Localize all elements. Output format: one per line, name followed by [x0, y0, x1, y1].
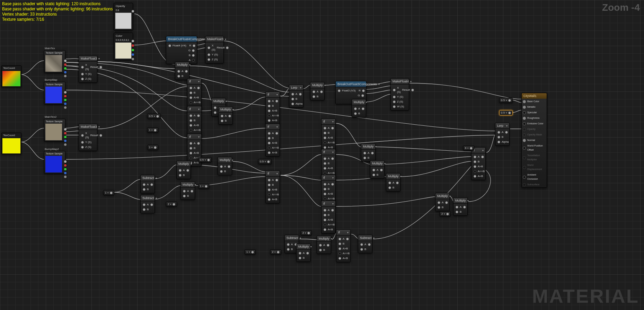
multiply-node[interactable]: Multiply▾ A B — [176, 161, 191, 179]
const-node[interactable]: 1▾ — [103, 190, 114, 195]
const-node[interactable]: 0.5▾ — [198, 157, 212, 162]
material-output-node[interactable]: CityWall1 Base Color Metallic Specular R… — [521, 93, 547, 188]
if-node[interactable]: If▾ A B A>B A==B A<B — [321, 201, 336, 233]
if-node[interactable]: If▾ A B A>B A==B A<B — [321, 118, 336, 151]
const-node[interactable]: 0.5▾ — [147, 114, 161, 119]
texcoord-preview — [2, 71, 20, 86]
lerp-node[interactable]: Lerp▾ A B Alpha — [289, 85, 303, 108]
if-node[interactable]: If▾ A B A>B A==B A<B — [265, 124, 280, 157]
texcoord-preview — [2, 138, 20, 153]
multiply-node[interactable]: Multiply▾ A B — [180, 181, 195, 200]
multiply-node[interactable]: Multiply▾ A B — [317, 236, 331, 254]
const-node[interactable]: 2▾ — [270, 249, 281, 255]
texcoord-node-2[interactable]: TexCoord — [1, 133, 21, 154]
multiply-node[interactable]: Multiply▾ A B — [361, 143, 376, 162]
const-node[interactable]: 1▾ — [198, 184, 209, 189]
multiply-node[interactable]: Multiply▾ A B — [310, 82, 325, 100]
texture-maintex[interactable]: MainTex Texture Sample — [44, 46, 65, 73]
const-node[interactable]: 2▾ — [166, 202, 177, 207]
multiply-node[interactable]: Multiply▾ A B — [218, 106, 233, 125]
multiply-node[interactable]: Multiply▾ A B — [435, 193, 450, 211]
bumpmap2-thumb — [45, 156, 62, 172]
texcoord-node-1[interactable]: TexCoord — [1, 65, 21, 87]
multiply-node[interactable]: Multiply▾ A B — [352, 99, 366, 117]
multiply-node[interactable]: Multiply▾ A B — [386, 173, 400, 192]
makefloat3-node-1[interactable]: MakeFloat3▾ X (S)Result Y (S) Z (S) — [79, 55, 97, 83]
const-node[interactable]: 2▾ — [440, 211, 451, 216]
color-preview — [115, 42, 132, 59]
zoom-indicator: Zoom -4 — [602, 2, 640, 13]
multiply-node[interactable]: Multiply▾ A B — [175, 62, 189, 80]
lerp-node[interactable]: Lerp▾ A B Alpha — [495, 123, 510, 146]
chevron-down-icon: ▾ — [225, 38, 226, 41]
bumpmap-thumb — [45, 87, 62, 103]
multiply-node[interactable]: Multiply▾ A B — [218, 157, 232, 175]
subtract-node[interactable]: Subtract▾ A B — [358, 235, 372, 253]
chevron-down-icon: ▾ — [98, 125, 100, 129]
const-node-selected[interactable]: 0.5▾ — [499, 110, 513, 115]
if-node[interactable]: If▾ A B A>B A==B A<B — [265, 91, 280, 124]
multiply-node[interactable]: Multiply▾ A B — [453, 197, 468, 216]
maintex-thumb — [45, 55, 62, 72]
chevron-down-icon: ▾ — [189, 63, 191, 67]
texture-bumpmap[interactable]: BumpMap Texture Sample — [44, 78, 65, 105]
makefloat3-node-2[interactable]: MakeFloat3▾ X (S)Result Y (S) Z (S) — [79, 124, 97, 151]
if-node[interactable]: If▾ A B A>B A==B A<B — [265, 170, 280, 203]
const-node[interactable]: 1▾ — [147, 145, 158, 150]
param-opacity[interactable]: Opacity 0.8 — [114, 3, 133, 30]
makefloat4-node[interactable]: MakeFloat4▾ X (S)Result Y (S) Z (S) W (S… — [390, 78, 409, 110]
subtract-node[interactable]: Subtract▾ A B — [140, 175, 155, 193]
param-color[interactable]: Color 0.9,0.9,0.8,1 — [114, 33, 133, 60]
const-node[interactable]: 1▾ — [147, 127, 158, 133]
if-node[interactable]: If▾ A B A>B A==B A<B — [336, 229, 351, 262]
maintex2-thumb — [45, 124, 62, 140]
opacity-preview — [115, 12, 132, 29]
subtract-node[interactable]: Subtract▾ A B — [140, 195, 155, 213]
breakfloat4-node[interactable]: BreakOutFloat4Components▾ Float4 (V4)R G… — [166, 36, 197, 64]
const-node[interactable]: 2▾ — [301, 230, 312, 236]
if-node[interactable]: If▾ A B A>B A==B A<B — [471, 147, 486, 180]
chevron-down-icon: ▾ — [198, 80, 200, 83]
chevron-down-icon: ▾ — [98, 57, 100, 60]
texture-maintex2[interactable]: MainTex2 Texture Sample — [44, 115, 65, 142]
multiply-node[interactable]: Multiply▾ A B — [296, 243, 311, 262]
const-node[interactable]: 6▾ — [463, 145, 474, 151]
makefloat3-node-3[interactable]: MakeFloat3▾ X (S)Result Y (S) Z (S) — [205, 36, 224, 63]
const-node[interactable]: 0.5▾ — [258, 159, 272, 164]
texture-bumpmap2[interactable]: BumpMap2 Texture Sample — [44, 147, 65, 174]
watermark: MATERIAL — [532, 285, 639, 307]
const-node[interactable]: 0.5▾ — [499, 98, 513, 103]
shader-stats: Base pass shader with static lighting: 1… — [2, 1, 113, 22]
const-node[interactable]: 1▾ — [245, 249, 256, 255]
multiply-node[interactable]: Multiply▾ A B — [370, 160, 385, 179]
